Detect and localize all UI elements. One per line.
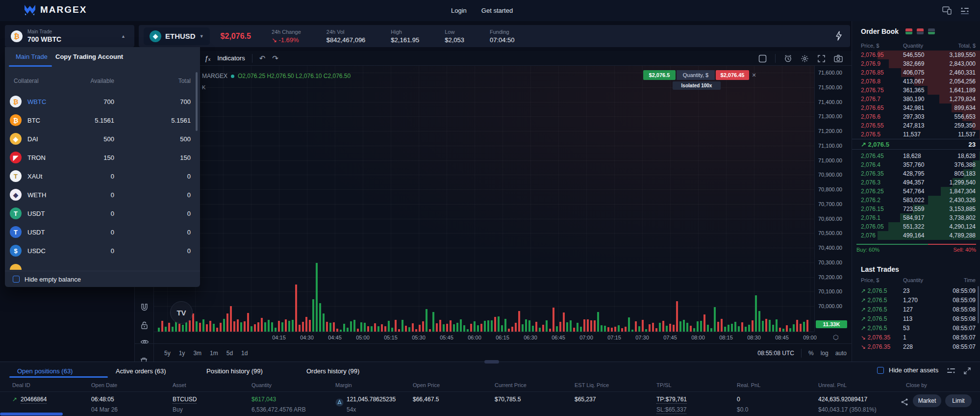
share-icon[interactable] bbox=[901, 398, 908, 407]
get-started-link[interactable]: Get started bbox=[481, 7, 513, 14]
orderbook-buy-row[interactable]: 2,076.1584,9173,738,802 bbox=[852, 213, 980, 222]
auto-scale-button[interactable]: auto bbox=[835, 350, 847, 357]
column-header: TP/SL bbox=[656, 382, 672, 388]
timeframe-1y[interactable]: 1y bbox=[179, 350, 185, 357]
trade-row: ↗ 2,076.52308:55:09 bbox=[861, 286, 976, 295]
horizontal-scrollbar[interactable] bbox=[0, 413, 63, 416]
book-mode-buy-icon[interactable] bbox=[928, 28, 935, 34]
axis-settings-icon[interactable]: ⬡ bbox=[833, 334, 838, 341]
redo-icon[interactable]: ↷ bbox=[272, 54, 278, 63]
expand-icon[interactable] bbox=[963, 367, 971, 375]
undo-icon[interactable]: ↶ bbox=[259, 54, 266, 63]
tab-open-positions[interactable]: Open positions (63) bbox=[17, 367, 73, 375]
orderbook-sell-row[interactable]: 2,076.85406,0752,460,331 bbox=[852, 68, 980, 77]
trade-time: 08:55:07 bbox=[947, 343, 976, 350]
orderbook-buy-row[interactable]: 2,076.3494,3571,299,540 bbox=[852, 178, 980, 187]
hide-other-checkbox[interactable] bbox=[877, 367, 884, 374]
orderbook-buy-row[interactable]: 2,076.25547,7641,847,304 bbox=[852, 187, 980, 196]
orderbook-sell-row[interactable]: 2,076.511,53711,537 bbox=[852, 130, 980, 139]
tab-copy-trading[interactable]: Copy Trading Account bbox=[55, 53, 123, 60]
tab-orders-history[interactable]: Orders history (99) bbox=[306, 367, 359, 375]
orderbook-sell-row[interactable]: 2,076.95546,5503,189,550 bbox=[852, 51, 980, 59]
price-axis[interactable]: 71,600.0071,500.0071,400.0071,300.0071,2… bbox=[814, 66, 852, 332]
sell-price-button[interactable]: $2,076.45 bbox=[716, 70, 749, 80]
orderbook-sell-row[interactable]: 2,076.9382,6692,843,000 bbox=[852, 59, 980, 68]
orderbook-sell-row[interactable]: 2,076.7380,1901,279,824 bbox=[852, 95, 980, 104]
time-axis[interactable]: 04:1504:3004:4505:0005:1505:3005:4506:00… bbox=[154, 332, 814, 343]
last-trades-scrollbar[interactable] bbox=[978, 286, 979, 323]
arrow-up-icon: ↗ bbox=[861, 141, 868, 148]
pair-selector[interactable]: ◆ ETHUSD ▼ bbox=[144, 27, 210, 45]
log-scale-button[interactable]: log bbox=[821, 350, 829, 357]
lightning-icon[interactable] bbox=[835, 31, 842, 42]
orderbook-mid-price-row[interactable]: ↗ 2,076.5 23 bbox=[852, 139, 980, 150]
chart-plot[interactable]: TV MARGEX O2,076.25 H2,076.50 L2,076.10 … bbox=[154, 66, 814, 332]
column-settings-icon[interactable] bbox=[947, 367, 955, 375]
hide-empty-checkbox[interactable] bbox=[13, 276, 20, 283]
orderbook-buy-row[interactable]: 2,076499,1644,789,288 bbox=[852, 231, 980, 240]
quantity-cell: 357,760 bbox=[903, 161, 947, 168]
collateral-row[interactable]: TUSDT00 bbox=[5, 204, 200, 223]
orderbook-sell-row[interactable]: 2,076.8413,0672,054,256 bbox=[852, 77, 980, 86]
margex-logo[interactable]: MARGEX bbox=[24, 4, 87, 16]
indicators-button[interactable]: Indicators bbox=[217, 54, 245, 62]
orderbook-buy-row[interactable]: 2,076.4357,760376,388 bbox=[852, 160, 980, 169]
collateral-row[interactable]: ₿WBTC700700 bbox=[5, 92, 200, 111]
volume-bar bbox=[209, 321, 211, 332]
collateral-row[interactable]: $USDC00 bbox=[5, 241, 200, 260]
utc-clock[interactable]: 08:55:08 UTC bbox=[757, 350, 794, 357]
timeframe-5y[interactable]: 5y bbox=[164, 350, 171, 357]
panel-scrollbar[interactable] bbox=[196, 72, 198, 131]
timeframe-3m[interactable]: 3m bbox=[193, 350, 201, 357]
orderbook-sell-row[interactable]: 2,076.65342,981899,634 bbox=[852, 104, 980, 112]
orderbook-sell-row[interactable]: 2,076.6297,303556,653 bbox=[852, 112, 980, 121]
tab-main-trade[interactable]: Main Trade bbox=[16, 53, 48, 60]
volume-bar bbox=[669, 324, 671, 332]
hide-empty-balance-row: Hide empty balance bbox=[5, 271, 200, 287]
buy-price-button[interactable]: $2,076.5 bbox=[643, 70, 676, 80]
orderbook-buy-row[interactable]: 2,076.4518,62818,628 bbox=[852, 152, 980, 160]
collateral-row[interactable]: ◈DAI500500 bbox=[5, 130, 200, 148]
book-mode-sell-icon[interactable] bbox=[917, 28, 924, 34]
orderbook-sell-row[interactable]: 2,076.55247,813259,350 bbox=[852, 121, 980, 130]
close-limit-button[interactable]: Limit bbox=[945, 394, 972, 407]
margin-mode-badge[interactable]: Isolated 100x bbox=[673, 81, 721, 90]
camera-icon[interactable] bbox=[834, 54, 843, 62]
account-selector[interactable]: ₿ Main Trade 700 WBTC ▲ bbox=[5, 25, 134, 47]
tpsl-cell[interactable]: TP:$79,761SL:$65,337 bbox=[656, 396, 687, 413]
lock-icon[interactable] bbox=[140, 321, 149, 330]
close-market-button[interactable]: Market bbox=[913, 394, 941, 407]
magnet-icon[interactable] bbox=[140, 303, 149, 312]
collateral-row[interactable]: ◤TRON150150 bbox=[5, 148, 200, 167]
collateral-row[interactable]: ₿BTC5.15615.1561 bbox=[5, 111, 200, 130]
close-icon[interactable]: ✕ bbox=[750, 70, 758, 80]
orderbook-buy-row[interactable]: 2,076.35428,795805,183 bbox=[852, 169, 980, 178]
book-mode-both-icon[interactable] bbox=[905, 28, 912, 34]
layout-icon[interactable] bbox=[758, 54, 767, 63]
orderbook-buy-row[interactable]: 2,076.2583,0222,430,326 bbox=[852, 196, 980, 205]
settings-gear-icon[interactable] bbox=[801, 54, 809, 63]
orderbook-buy-row[interactable]: 2,076.05551,3224,290,124 bbox=[852, 222, 980, 231]
volume-bar bbox=[353, 320, 355, 332]
collateral-row[interactable]: TUSDT00 bbox=[5, 223, 200, 241]
volume-bar bbox=[539, 328, 541, 332]
fx-icon[interactable]: ƒx bbox=[204, 54, 210, 62]
collateral-row[interactable]: ◆WETH00 bbox=[5, 185, 200, 204]
orderbook-sell-row[interactable]: 2,076.75361,3651,641,189 bbox=[852, 86, 980, 95]
collateral-row[interactable]: TXAUt00 bbox=[5, 167, 200, 185]
login-link[interactable]: Login bbox=[451, 7, 467, 14]
devices-icon[interactable] bbox=[942, 6, 952, 15]
panel-drag-handle[interactable] bbox=[484, 360, 499, 364]
timeframe-1d[interactable]: 1d bbox=[241, 350, 248, 357]
orderbook-buy-row[interactable]: 2,076.15723,5593,153,885 bbox=[852, 205, 980, 213]
timeframe-5d[interactable]: 5d bbox=[226, 350, 233, 357]
tab-position-history[interactable]: Position history (99) bbox=[206, 367, 263, 375]
timeframe-1m[interactable]: 1m bbox=[210, 350, 218, 357]
fullscreen-icon[interactable] bbox=[817, 54, 826, 63]
percent-scale-button[interactable]: % bbox=[808, 350, 814, 357]
arrow-down-icon: ↘ bbox=[861, 334, 867, 341]
workspace-icon[interactable] bbox=[960, 7, 969, 15]
quantity-field[interactable]: Quantity, $ bbox=[677, 70, 715, 80]
alert-clock-icon[interactable] bbox=[784, 54, 792, 63]
tab-active-orders[interactable]: Active orders (63) bbox=[116, 367, 166, 375]
